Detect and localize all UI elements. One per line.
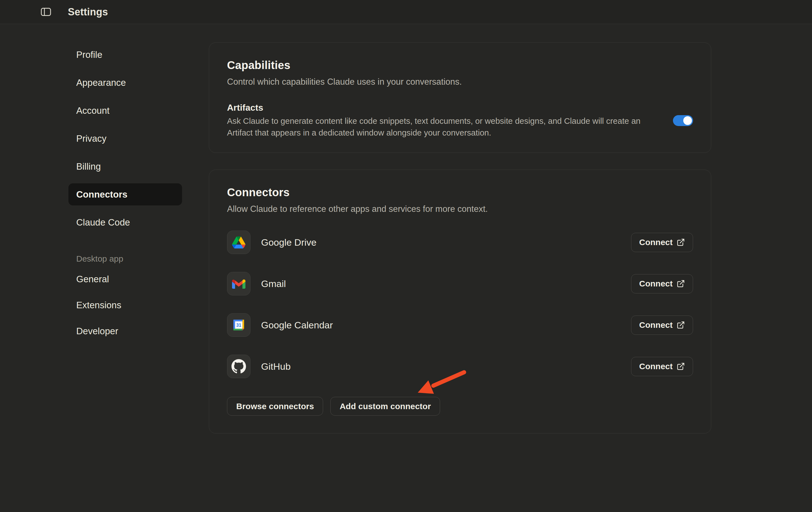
sidebar-item-profile[interactable]: Profile bbox=[68, 44, 182, 66]
sidebar-item-privacy[interactable]: Privacy bbox=[68, 128, 182, 150]
connect-button-github[interactable]: Connect bbox=[631, 357, 693, 376]
capabilities-card: Capabilities Control which capabilities … bbox=[209, 43, 711, 153]
connectors-card: Connectors Allow Claude to reference oth… bbox=[209, 170, 711, 433]
external-link-icon bbox=[676, 362, 685, 371]
page-title: Settings bbox=[68, 6, 108, 18]
connect-label: Connect bbox=[639, 362, 673, 371]
connect-label: Connect bbox=[639, 238, 673, 247]
sidebar-item-account[interactable]: Account bbox=[68, 100, 182, 122]
external-link-icon bbox=[676, 321, 685, 329]
connector-name: Google Drive bbox=[261, 237, 316, 248]
sidebar-item-billing[interactable]: Billing bbox=[68, 155, 182, 178]
connector-name: Google Calendar bbox=[261, 320, 333, 331]
toggle-knob bbox=[683, 116, 692, 125]
connectors-title: Connectors bbox=[227, 186, 693, 199]
connectors-subtitle: Allow Claude to reference other apps and… bbox=[227, 204, 693, 215]
github-icon bbox=[227, 355, 251, 378]
external-link-icon bbox=[676, 279, 685, 288]
connect-button-google-drive[interactable]: Connect bbox=[631, 233, 693, 252]
sidebar-item-appearance[interactable]: Appearance bbox=[68, 72, 182, 93]
svg-text:31: 31 bbox=[236, 323, 241, 327]
connector-row-google-calendar: 31 Google Calendar Connect bbox=[227, 304, 693, 346]
google-calendar-icon: 31 bbox=[227, 313, 251, 337]
connector-row-google-drive: Google Drive Connect bbox=[227, 222, 693, 263]
sidebar-panel-icon[interactable] bbox=[41, 7, 51, 16]
artifacts-setting-row: Artifacts Ask Claude to generate content… bbox=[227, 103, 693, 139]
sidebar-item-extensions[interactable]: Extensions bbox=[68, 294, 182, 316]
sidebar-item-claude-code[interactable]: Claude Code bbox=[68, 211, 182, 233]
connect-button-google-calendar[interactable]: Connect bbox=[631, 316, 693, 335]
connector-list: Google Drive Connect Gmail bbox=[227, 222, 693, 387]
connectors-actions: Browse connectors Add custom connector bbox=[227, 397, 693, 415]
connector-row-gmail: Gmail Connect bbox=[227, 263, 693, 304]
settings-sidebar: Profile Appearance Account Privacy Billi… bbox=[68, 24, 182, 346]
connector-row-github: GitHub Connect bbox=[227, 346, 693, 387]
capabilities-subtitle: Control which capabilities Claude uses i… bbox=[227, 76, 693, 87]
top-bar: Settings bbox=[0, 0, 812, 24]
artifacts-label: Artifacts bbox=[227, 103, 649, 113]
connector-name: GitHub bbox=[261, 361, 291, 372]
external-link-icon bbox=[676, 238, 685, 246]
sidebar-item-connectors[interactable]: Connectors bbox=[68, 183, 182, 206]
sidebar-item-general[interactable]: General bbox=[68, 268, 182, 290]
gmail-icon bbox=[227, 272, 251, 295]
artifacts-description: Ask Claude to generate content like code… bbox=[227, 115, 649, 139]
google-drive-icon bbox=[227, 231, 251, 254]
sidebar-section-desktop-app: Desktop app bbox=[68, 254, 182, 264]
artifacts-setting-text: Artifacts Ask Claude to generate content… bbox=[227, 103, 649, 139]
connect-button-gmail[interactable]: Connect bbox=[631, 274, 693, 293]
capabilities-title: Capabilities bbox=[227, 58, 693, 72]
artifacts-toggle[interactable] bbox=[673, 115, 693, 126]
browse-connectors-button[interactable]: Browse connectors bbox=[227, 397, 323, 415]
settings-page: { "app": { "title": "Settings" }, "sideb… bbox=[0, 0, 812, 512]
sidebar-item-developer[interactable]: Developer bbox=[68, 320, 182, 342]
connect-label: Connect bbox=[639, 279, 673, 289]
add-custom-connector-button[interactable]: Add custom connector bbox=[330, 397, 440, 415]
connector-name: Gmail bbox=[261, 278, 286, 289]
connect-label: Connect bbox=[639, 320, 673, 330]
